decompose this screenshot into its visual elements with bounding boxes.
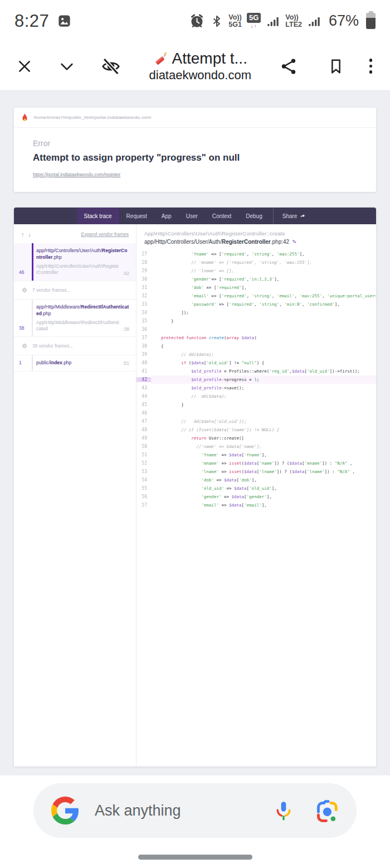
eye-off-icon[interactable] xyxy=(97,52,125,80)
volte-5g-indicator: Vo)) 5G1 xyxy=(228,14,242,28)
code-line-35: 35 } xyxy=(136,317,376,325)
gesture-navigation-handle[interactable] xyxy=(138,855,252,860)
frame-file-path: app/Http/Middleware/RedirectIfAuthentica… xyxy=(36,304,129,317)
line-number: 30 xyxy=(136,277,151,282)
line-content: // 'mname' => ['required', 'string', 'ma… xyxy=(151,258,376,267)
code-line-33: 33 'password' => ['required', 'string', … xyxy=(136,300,376,308)
volte-lte-indicator: Vo)) LTE2 xyxy=(285,14,302,28)
google-lens-icon[interactable] xyxy=(314,798,339,823)
exception-class: Error xyxy=(33,139,357,148)
line-number: 39 xyxy=(136,352,151,357)
voice-search-mic-icon[interactable] xyxy=(272,799,295,822)
line-content: $old_profile = Profiles::where('reg_id',… xyxy=(151,367,376,375)
line-number: 41 xyxy=(136,369,151,374)
stack-frame-index[interactable]: 1public/index.php:51 xyxy=(14,355,136,372)
page-title: Attempt t... xyxy=(172,50,247,67)
line-content: // dd($data); xyxy=(151,392,376,401)
network-activity-arrows: ↓↑ xyxy=(251,23,257,29)
tab-context[interactable]: Context xyxy=(205,208,238,224)
code-line-31: 31 'dob' => ['required'], xyxy=(136,283,376,292)
line-content: $old_profile->progress = 1; xyxy=(151,375,376,384)
frame-method: App\Http\Controllers\User\Auth\RegisterC… xyxy=(144,230,368,237)
tab-debug[interactable]: Debug xyxy=(238,208,269,224)
stack-frame-registercontroller[interactable]: 46app/Http/Controllers/User/Auth/Registe… xyxy=(14,243,136,281)
code-line-57: 57 'email' => $data['email'], xyxy=(136,501,376,509)
line-content xyxy=(151,325,376,334)
frames-list: 46app/Http/Controllers/User/Auth/Registe… xyxy=(14,243,136,372)
line-number: 56 xyxy=(136,494,151,499)
tab-user[interactable]: User xyxy=(179,208,205,224)
line-number: 34 xyxy=(136,310,151,315)
page-url: diataekwondo.com xyxy=(149,68,251,83)
line-content: // if (Isset($data['lname']) != NULL) { xyxy=(151,426,376,434)
collapse-chevron-button[interactable] xyxy=(55,54,79,79)
line-content: 'email' => ['required', 'string', 'email… xyxy=(151,292,376,300)
code-line-30: 30 'gender'=> ['required','in:1,2,3'], xyxy=(136,275,376,283)
line-number: 32 xyxy=(136,293,151,298)
page-title-block[interactable]: Attempt t... diataekwondo.com xyxy=(125,50,276,83)
screenshot-notification-icon xyxy=(57,13,72,28)
frame-line-number: :51 xyxy=(123,360,129,366)
line-content: // dd($data); xyxy=(151,350,376,359)
code-line-38: 38 { xyxy=(136,342,376,350)
frame-number: 38 xyxy=(19,325,24,331)
close-tab-button[interactable] xyxy=(12,54,37,79)
code-line-53: 53 'lname' => isset($data['lname']) ? ($… xyxy=(136,467,376,476)
line-content: 'fname' => $data['fname'], xyxy=(151,451,376,459)
error-card: /home4/viras7ml/public_html/portal.india… xyxy=(14,108,376,192)
vendor-frames-label: 36 vendor frames... xyxy=(32,343,73,349)
sort-arrows-icon[interactable]: ↑ ↓ xyxy=(21,231,32,238)
line-content xyxy=(151,409,376,417)
line-number: 55 xyxy=(136,486,151,491)
code-line-34: 34 ]); xyxy=(136,308,376,317)
line-number: 49 xyxy=(136,436,151,441)
code-line-39: 39 // dd($data); xyxy=(136,350,376,359)
browser-custom-tab-bar: Attempt t... diataekwondo.com xyxy=(0,42,390,91)
code-line-47: 47 // dd($data['old_uid']); xyxy=(136,417,376,426)
edit-pencil-icon[interactable]: ✎ xyxy=(292,239,296,245)
tab-app[interactable]: App xyxy=(154,208,179,224)
expand-vendor-frames-link[interactable]: Expand vendor frames xyxy=(81,232,129,237)
frame-file: app/Http/Controllers/User/Auth/RegisterC… xyxy=(144,239,368,245)
code-line-37: 37 protected function create(array $data… xyxy=(136,334,376,342)
bluetooth-icon xyxy=(210,14,223,28)
line-number: 31 xyxy=(136,285,151,290)
line-content: $old_profile->save(); xyxy=(151,384,376,392)
line-number: 35 xyxy=(136,319,151,324)
line-content: { xyxy=(151,342,376,350)
line-content: 'dob' => ['required'], xyxy=(151,283,376,292)
overflow-menu-button[interactable] xyxy=(364,55,378,77)
bookmark-button[interactable] xyxy=(324,54,348,79)
dynamite-favicon xyxy=(153,51,168,66)
google-search-bar[interactable]: Ask anything xyxy=(33,783,357,838)
line-number: 33 xyxy=(136,302,151,307)
line-number: 29 xyxy=(136,268,151,273)
tab-stack-trace[interactable]: Stack trace xyxy=(77,208,119,224)
share-forward-icon xyxy=(300,213,306,219)
code-line-52: 52 'mname' => isset($data['name']) ? ($d… xyxy=(136,459,376,467)
line-number: 28 xyxy=(136,260,151,265)
line-content: 'gender' => $data['gender'], xyxy=(151,493,376,501)
code-line-40: 40 if ($data['old_uid'] != "null") { xyxy=(136,359,376,367)
line-number: 45 xyxy=(136,402,151,407)
vendor-frames-row[interactable]: 36 vendor frames... xyxy=(14,337,136,355)
frame-file-path: public/index.php xyxy=(36,360,71,367)
line-number: 40 xyxy=(136,360,151,365)
vendor-frames-row[interactable]: 7 vendor frames... xyxy=(14,281,136,300)
line-number: 38 xyxy=(136,344,151,349)
line-number: 50 xyxy=(136,444,151,449)
line-content: 'lname' => isset($data['lname']) ? ($dat… xyxy=(151,467,376,476)
line-number: 53 xyxy=(136,469,151,474)
tab-request[interactable]: Request xyxy=(119,208,154,224)
request-url-link[interactable]: https://portal.indiataekwondo.com/regist… xyxy=(33,172,120,177)
line-number: 48 xyxy=(136,427,151,432)
stack-trace-card: Stack traceRequestAppUserContextDebugSha… xyxy=(14,208,376,766)
tab-share[interactable]: Share xyxy=(273,208,314,224)
share-button[interactable] xyxy=(276,54,301,79)
line-number: 42 xyxy=(136,377,151,382)
trace-tabs: Stack traceRequestAppUserContextDebugSha… xyxy=(14,208,376,224)
stack-frame-redirectifauthenticated[interactable]: 38app/Http/Middleware/RedirectIfAuthenti… xyxy=(14,300,136,337)
vendor-frames-label: 7 vendor frames... xyxy=(32,287,71,293)
code-line-41: 41 $old_profile = Profiles::where('reg_i… xyxy=(136,367,376,375)
code-line-56: 56 'gender' => $data['gender'], xyxy=(136,493,376,501)
